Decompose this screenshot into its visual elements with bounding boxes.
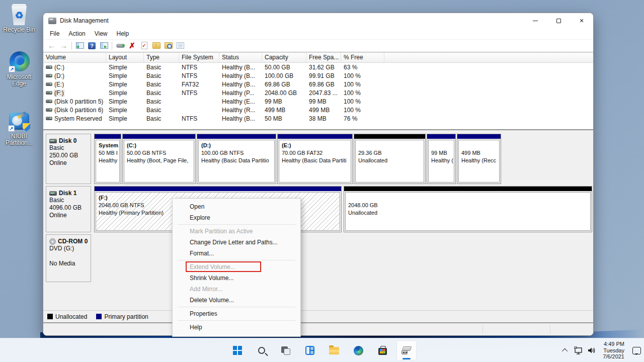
desktop-icon-microsoft-edge[interactable]: ↗ Microsoft Edge	[1, 51, 37, 87]
start-button[interactable]	[227, 340, 248, 360]
cell-fs: NTFS	[179, 89, 219, 97]
rescan-tool-icon[interactable]	[116, 42, 124, 50]
table-row-selected[interactable]: (F:) Simple Basic NTFS Healthy (P... 204…	[43, 88, 593, 97]
menu-view[interactable]: View	[90, 29, 112, 38]
network-button[interactable]	[574, 345, 584, 355]
disk-kind: Basic	[49, 144, 91, 152]
folder-search-icon[interactable]	[164, 42, 173, 50]
widgets-button[interactable]	[300, 340, 320, 360]
partition-unallocated-disk1[interactable]: 2048.00 GB Unallocated	[344, 186, 592, 232]
column-header-status[interactable]: Status	[219, 53, 262, 62]
niubi-partition-icon: ↗	[8, 112, 30, 132]
menu-item-format[interactable]: Format...	[173, 248, 300, 259]
close-button[interactable]: ×	[570, 13, 593, 28]
menu-separator	[178, 260, 295, 260]
partition-status: Healthy (Basic Data Partitio	[201, 157, 272, 164]
console-tree-icon[interactable]	[75, 42, 84, 50]
menu-item-change-drive-letter[interactable]: Change Drive Letter and Paths...	[173, 237, 300, 248]
minimize-button[interactable]	[524, 13, 547, 28]
menu-help[interactable]: Help	[112, 29, 134, 38]
menu-action[interactable]: Action	[64, 29, 90, 38]
edge-button[interactable]	[348, 340, 368, 360]
store-button[interactable]	[372, 340, 392, 360]
partition-99mb[interactable]: 99 MB Healthy (	[427, 134, 456, 184]
volume-drive-icon	[46, 74, 52, 77]
cell-pct-free: 100 %	[341, 81, 384, 88]
menu-item-properties[interactable]: Properties	[173, 308, 300, 319]
partition-499mb[interactable]: 499 MB Healthy (Recc	[457, 134, 501, 184]
disk-icon	[49, 191, 57, 196]
column-header-volume[interactable]: Volume	[43, 53, 106, 62]
menu-item-extend-volume: Extend Volume...	[173, 261, 300, 273]
table-row[interactable]: (D:) Simple Basic NTFS Healthy (B... 100…	[43, 71, 593, 80]
partition-system[interactable]: System 50 MB I Healthy	[94, 134, 121, 184]
legend-label: Unallocated	[55, 313, 87, 320]
menu-file[interactable]: File	[45, 29, 64, 38]
menu-item-shrink-volume[interactable]: Shrink Volume...	[173, 273, 300, 284]
cell-status: Healthy (B...	[219, 72, 262, 79]
volume-button[interactable]	[587, 345, 597, 355]
partition-unallocated-disk0[interactable]: 29.36 GB Unallocated	[354, 134, 426, 184]
cell-type: Basic	[144, 72, 179, 79]
cdrom-info-panel[interactable]: CD-ROM 0 DVD (G:) No Media	[46, 234, 91, 282]
table-row[interactable]: (Disk 0 partition 5) Simple Basic Health…	[43, 97, 593, 106]
menu-item-explore[interactable]: Explore	[173, 212, 300, 223]
column-header-pct-free[interactable]: % Free	[341, 53, 384, 62]
volume-list: Volume Layout Type File System Status Ca…	[43, 52, 593, 130]
volume-name: System Reserved	[54, 115, 102, 122]
check-document-icon[interactable]: ✓	[140, 42, 148, 50]
back-icon[interactable]: ←	[47, 42, 56, 50]
menu-item-delete-volume[interactable]: Delete Volume...	[173, 295, 300, 306]
extend-volume-highlight-box	[186, 261, 261, 272]
table-row[interactable]: (E:) Simple Basic FAT32 Healthy (B... 69…	[43, 80, 593, 88]
desktop-icon-niubi-partition[interactable]: ↗ NIUBI Partition...	[1, 112, 37, 146]
toolbar: ← → ? ✗ ✓	[43, 39, 593, 52]
column-header-layout[interactable]: Layout	[106, 53, 144, 62]
maximize-icon	[556, 19, 561, 23]
column-header-file-system[interactable]: File System	[179, 53, 219, 62]
file-explorer-button[interactable]	[324, 340, 344, 360]
partition-color-bar	[427, 134, 455, 139]
properties-list-icon[interactable]	[176, 42, 185, 50]
cell-fs: NTFS	[179, 72, 219, 79]
maximize-button[interactable]	[547, 13, 570, 28]
search-button[interactable]	[252, 340, 272, 360]
column-header-capacity[interactable]: Capacity	[262, 53, 306, 62]
partition-status: Healthy (	[431, 157, 451, 164]
minimize-icon	[533, 21, 538, 21]
partition-size: 70.00 GB FAT32	[282, 149, 348, 157]
disk1-info-panel[interactable]: Disk 1 Basic 4096.00 GB Online	[46, 186, 91, 232]
menu-item-open[interactable]: Open	[173, 201, 300, 212]
desktop-icon-label: Recycle Bin	[1, 27, 37, 33]
delete-volume-icon[interactable]: ✗	[128, 42, 136, 50]
column-header-type[interactable]: Type	[144, 53, 179, 62]
table-row[interactable]: (Disk 0 partition 6) Simple Basic Health…	[43, 106, 593, 114]
cell-type: Basic	[144, 89, 179, 97]
disk-label: Disk 1	[59, 190, 76, 197]
cdrom-drive: DVD (G:)	[49, 245, 91, 252]
table-row[interactable]: System Reserved Simple Basic NTFS Health…	[43, 114, 593, 123]
help-icon[interactable]: ?	[88, 42, 96, 50]
desktop-icon-recycle-bin[interactable]: ♻ Recycle Bin	[1, 3, 37, 33]
partition-title	[348, 194, 588, 202]
folder-up-icon[interactable]	[152, 42, 160, 50]
title-bar[interactable]: Disk Management ×	[43, 13, 593, 28]
forward-icon[interactable]: →	[59, 42, 68, 50]
disk-management-taskbar-button[interactable]	[396, 340, 417, 360]
graphical-view: Disk 0 Basic 250.00 GB Online System 50 …	[43, 130, 593, 311]
partition-e[interactable]: (E:) 70.00 GB FAT32 Healthy (Basic Data …	[277, 134, 353, 184]
tray-chevron-button[interactable]	[560, 345, 571, 355]
tray-clock[interactable]: 4:49 PM Tuesday 7/6/2021	[600, 341, 627, 360]
notification-center-button[interactable]	[632, 347, 641, 354]
column-header-free-space[interactable]: Free Spa...	[306, 53, 341, 62]
task-view-button[interactable]	[276, 340, 296, 360]
console-detail-icon[interactable]	[100, 42, 108, 50]
menu-bar: File Action View Help	[43, 28, 593, 39]
table-row[interactable]: (C:) Simple Basic NTFS Healthy (B... 50.…	[43, 63, 593, 71]
partition-c[interactable]: (C:) 50.00 GB NTFS Healthy (Boot, Page F…	[122, 134, 196, 184]
disk0-info-panel[interactable]: Disk 0 Basic 250.00 GB Online	[46, 134, 91, 184]
partition-color-bar	[344, 187, 592, 191]
menu-separator	[178, 224, 295, 225]
menu-item-help[interactable]: Help	[173, 322, 300, 333]
partition-d[interactable]: (D:) 100.00 GB NTFS Healthy (Basic Data …	[197, 134, 276, 184]
